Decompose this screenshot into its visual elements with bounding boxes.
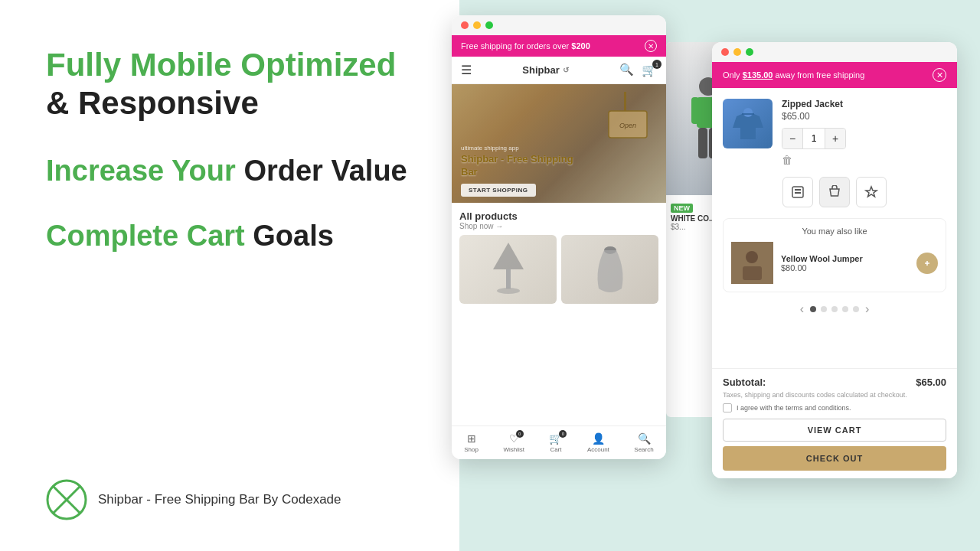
- you-may-like-section: You may also like Yellow Wool Jumper $80…: [723, 218, 946, 292]
- nav-logo: Shipbar ↺: [522, 64, 568, 76]
- hero-text: Fully Mobile Optimized & Responsive Incr…: [46, 46, 421, 254]
- cart-minimize-btn[interactable]: [733, 48, 741, 56]
- headline-1-black: & Responsive: [46, 85, 259, 121]
- headline-2-green: Increase Your: [46, 155, 236, 187]
- cart-window-controls: [712, 42, 957, 62]
- hero-small-text: ultimate shipping app: [461, 145, 573, 152]
- cart-shipping-close[interactable]: ✕: [933, 68, 946, 82]
- dot-1[interactable]: [810, 306, 816, 312]
- partial-product-badge: NEW: [671, 204, 693, 213]
- cart-action-3[interactable]: [856, 177, 887, 207]
- mobile-navbar: ☰ Shipbar ↺ 🔍 🛒 1: [452, 57, 666, 84]
- checkout-button[interactable]: CHECK OUT: [723, 446, 946, 471]
- terms-text: I agree with the terms and conditions.: [737, 404, 851, 412]
- carousel-next-btn[interactable]: ›: [865, 302, 869, 316]
- dot-4[interactable]: [842, 306, 848, 312]
- svg-rect-19: [795, 189, 801, 191]
- cart-action-icons: [723, 177, 946, 207]
- start-shopping-button[interactable]: START SHOPPING: [461, 184, 536, 197]
- brand-text: Shipbar - Free Shipping Bar By Codexade: [98, 492, 341, 507]
- bottom-nav-account[interactable]: 👤 Account: [587, 432, 609, 453]
- carousel-dots: [810, 306, 859, 312]
- qty-increase-btn[interactable]: +: [825, 129, 845, 148]
- brand-logo-icon: [46, 479, 87, 520]
- headline-3: Complete Cart Goals: [46, 219, 421, 254]
- suggested-item-image: [731, 242, 773, 284]
- headline-1: Fully Mobile Optimized & Responsive: [46, 46, 421, 123]
- cart-item: Zipped Jacket $65.00 − 1 + 🗑: [723, 99, 946, 166]
- bottom-nav-cart[interactable]: 🛒 0 Cart: [549, 432, 562, 453]
- svg-text:Open: Open: [619, 122, 636, 129]
- quantity-controls: − 1 +: [782, 128, 846, 149]
- shipping-bar-close[interactable]: ✕: [645, 40, 657, 52]
- shipping-bar-text: Free shipping for orders over $200: [461, 41, 590, 51]
- cart-action-2[interactable]: [819, 177, 850, 207]
- svg-point-14: [497, 288, 520, 294]
- suggested-item-price: $80.00: [781, 263, 863, 272]
- search-icon[interactable]: 🔍: [619, 63, 634, 77]
- footer-brand: Shipbar - Free Shipping Bar By Codexade: [46, 479, 421, 520]
- headline-1-green: Fully Mobile Optimized: [46, 47, 396, 83]
- carousel-controls: ‹ ›: [723, 300, 946, 318]
- cart-item-image: [723, 99, 773, 148]
- svg-rect-7: [698, 128, 707, 158]
- headline-2-black: Order Value: [243, 155, 407, 187]
- cart-footer: Subtotal: $65.00 Taxes, shipping and dis…: [712, 368, 957, 478]
- dot-5[interactable]: [853, 306, 859, 312]
- dot-2[interactable]: [821, 306, 827, 312]
- suggested-add-button[interactable]: [916, 253, 938, 274]
- products-section: All products Shop now →: [452, 203, 666, 304]
- subtotal-value: $65.00: [916, 377, 946, 388]
- suggested-item: Yellow Wool Jumper $80.00: [731, 242, 938, 284]
- subtotal-row: Subtotal: $65.00: [723, 377, 946, 388]
- cart-mockup: Only $135.00 away from free shipping ✕ Z…: [712, 42, 957, 478]
- window-minimize-btn[interactable]: [473, 21, 481, 29]
- bottom-nav-wishlist[interactable]: ♡ 0 Wishlist: [503, 432, 524, 453]
- cart-shipping-text: Only $135.00 away from free shipping: [723, 70, 864, 80]
- bottom-nav-search[interactable]: 🔍 Search: [634, 432, 653, 453]
- cart-item-price: $65.00: [782, 111, 946, 122]
- suggested-item-name: Yellow Wool Jumper: [781, 254, 863, 263]
- tax-note: Taxes, shipping and discounts codes calc…: [723, 391, 946, 399]
- window-maximize-btn[interactable]: [485, 21, 493, 29]
- products-section-title: All products: [459, 210, 658, 222]
- products-section-subtitle: Shop now →: [459, 222, 658, 230]
- cart-maximize-btn[interactable]: [746, 48, 753, 56]
- view-cart-button[interactable]: VIEW CART: [723, 419, 946, 442]
- wishlist-icon: ♡ 0: [509, 432, 519, 445]
- hero-banner: Open ultimate shipping app Shipbar - Fre…: [452, 84, 666, 203]
- cart-item-name: Zipped Jacket: [782, 99, 946, 109]
- cart-action-1[interactable]: [782, 177, 813, 207]
- svg-rect-23: [743, 266, 762, 280]
- delete-item-icon[interactable]: 🗑: [782, 154, 946, 166]
- bottom-nav-shop[interactable]: ⊞ Shop: [464, 432, 479, 453]
- terms-checkbox[interactable]: [723, 403, 732, 412]
- headline-3-black: Goals: [253, 220, 334, 252]
- svg-point-22: [746, 251, 758, 263]
- svg-point-16: [743, 108, 753, 117]
- svg-rect-20: [795, 192, 801, 194]
- product-card-2[interactable]: [561, 235, 658, 304]
- search-bottom-icon: 🔍: [638, 432, 651, 445]
- qty-decrease-btn[interactable]: −: [782, 129, 802, 148]
- product-card-1[interactable]: [459, 235, 557, 304]
- hero-big-text: Shipbar - Free ShippingBar: [461, 153, 573, 179]
- mobile-bottom-nav: ⊞ Shop ♡ 0 Wishlist 🛒 0 Cart 👤 Account: [452, 425, 666, 459]
- mobile-mockup: Free shipping for orders over $200 ✕ ☰ S…: [452, 15, 666, 459]
- cart-shipping-bar: Only $135.00 away from free shipping ✕: [712, 62, 957, 88]
- window-controls: [452, 15, 666, 35]
- qty-value: 1: [802, 129, 825, 148]
- dot-3[interactable]: [831, 306, 838, 312]
- you-may-like-title: You may also like: [731, 227, 938, 236]
- carousel-prev-btn[interactable]: ‹: [800, 302, 804, 316]
- cart-close-btn[interactable]: [721, 48, 729, 56]
- mobile-shipping-bar: Free shipping for orders over $200 ✕: [452, 35, 666, 57]
- products-grid: [459, 235, 658, 304]
- hamburger-icon[interactable]: ☰: [461, 63, 472, 77]
- shop-icon: ⊞: [467, 432, 476, 445]
- hero-text-overlay: ultimate shipping app Shipbar - Free Shi…: [452, 139, 583, 203]
- subtotal-label: Subtotal:: [723, 377, 766, 388]
- window-close-btn[interactable]: [461, 21, 469, 29]
- svg-rect-5: [691, 97, 699, 124]
- cart-icon[interactable]: 🛒 1: [642, 63, 657, 77]
